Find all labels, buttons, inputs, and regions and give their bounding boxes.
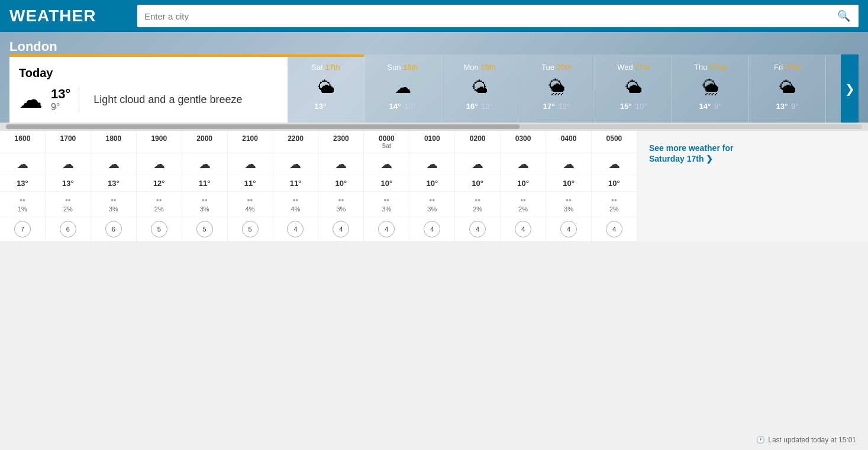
search-bar: 🔍 (137, 5, 859, 27)
hourly-wind-1: 6 (46, 217, 91, 241)
cloud-icon: ☁ (608, 158, 620, 171)
hourly-temp-5: 11° (228, 175, 273, 191)
hourly-time-11: 0300 (501, 131, 546, 153)
hourly-table: 160017001800190020002100220023000000Sat0… (0, 131, 637, 242)
day-temps: 17° 12° (543, 102, 570, 111)
hourly-icon-12: ☁ (546, 153, 592, 175)
hourly-time-7: 2300 (318, 131, 364, 153)
search-input[interactable] (137, 7, 829, 26)
day-card-2[interactable]: Mon 19th 🌤 16° 12° (441, 54, 518, 123)
day-card-3[interactable]: Tue 20th 🌦 17° 12° (518, 54, 595, 123)
forecast-next-button[interactable]: ❯ (841, 54, 859, 123)
day-icon: 🌥 (318, 78, 334, 97)
rain-icon: •• (338, 195, 344, 205)
hourly-wind-0: 7 (0, 217, 46, 241)
hourly-wind-10: 4 (455, 217, 501, 241)
day-name: Tue 20th (541, 63, 572, 72)
hourly-temp-4: 11° (182, 175, 228, 191)
hourly-temp-13: 10° (592, 175, 637, 191)
wind-speed-indicator: 5 (196, 221, 213, 237)
wind-speed-indicator: 6 (105, 221, 122, 237)
rain-icon: •• (475, 195, 480, 205)
rain-icon: •• (202, 195, 208, 205)
cloud-icon: ☁ (199, 158, 211, 171)
hourly-temp-11: 10° (501, 175, 546, 191)
today-temp-high: 13° (51, 86, 70, 102)
cloud-icon: ☁ (108, 158, 120, 171)
hourly-wind-12: 4 (546, 217, 592, 241)
hourly-rain-6: •• 4% (273, 192, 319, 217)
cloud-icon: ☁ (426, 158, 438, 171)
rain-icon: •• (111, 195, 117, 205)
cloud-icon: ☁ (517, 158, 529, 171)
day-icon: ☁ (395, 78, 411, 97)
wind-speed-indicator: 4 (469, 221, 486, 237)
hourly-icons-row: ☁☁☁☁☁☁☁☁☁☁☁☁☁☁ (0, 153, 637, 175)
day-name: Sun 18th (387, 63, 418, 72)
day-icon: 🌦 (702, 78, 719, 97)
wind-speed-indicator: 5 (242, 221, 259, 237)
hourly-rain-8: •• 3% (364, 192, 409, 217)
day-icon: 🌥 (625, 78, 642, 97)
hourly-time-5: 2100 (228, 131, 273, 153)
day-card-0[interactable]: Sat 17th 🌥 13° 9° (288, 54, 364, 123)
see-more-container: See more weather for Saturday 17th ❯ (649, 143, 856, 164)
hourly-wind-4: 5 (182, 217, 228, 241)
saturday-link[interactable]: Saturday 17th ❯ (649, 154, 713, 163)
hourly-wind-2: 6 (91, 217, 137, 241)
hourly-time-12: 0400 (546, 131, 592, 153)
cloud-icon: ☁ (335, 158, 347, 171)
hourly-rain-3: •• 2% (137, 192, 182, 217)
hourly-icon-5: ☁ (228, 153, 273, 175)
see-more-link[interactable]: See more weather for Saturday 17th ❯ (649, 143, 733, 163)
wind-speed-indicator: 4 (378, 221, 395, 237)
side-panel: See more weather for Saturday 17th ❯ (637, 131, 868, 242)
day-card-6[interactable]: Fri 23rd 🌥 13° 9° (749, 54, 826, 123)
day-card-5[interactable]: Thu 22nd 🌦 14° 9° (672, 54, 749, 123)
cloud-icon: ☁ (380, 158, 392, 171)
day-name: Mon 19th (463, 63, 495, 72)
day-name: Sat 17th (311, 63, 340, 72)
scroll-bar[interactable] (0, 123, 868, 131)
rain-icon: •• (383, 195, 389, 205)
hourly-wind-6: 4 (273, 217, 319, 241)
hourly-rain-4: •• 3% (182, 192, 228, 217)
see-more-text: See more weather for (649, 143, 733, 153)
today-card: Today ☁ 13° 9° Light cloud and a gentle … (9, 54, 288, 123)
hourly-rain-12: •• 3% (546, 192, 592, 217)
hourly-wind-8: 4 (364, 217, 409, 241)
cloud-icon: ☁ (563, 158, 575, 171)
hourly-wind-row: 7 6 6 5 5 5 4 (0, 217, 637, 242)
hourly-temp-9: 10° (409, 175, 455, 191)
search-button[interactable]: 🔍 (829, 5, 859, 27)
city-name: London (9, 39, 859, 54)
rain-icon: •• (65, 195, 71, 205)
hourly-temp-8: 10° (364, 175, 409, 191)
hourly-time-9: 0100 (409, 131, 455, 153)
rain-icon: •• (247, 195, 253, 205)
wind-speed-indicator: 4 (606, 221, 622, 237)
hourly-rain-7: •• 3% (318, 192, 364, 217)
hourly-rain-row: •• 1% •• 2% •• 3% •• 2% •• 3% •• 4% •• 4… (0, 192, 637, 217)
scroll-thumb[interactable] (6, 124, 519, 129)
wind-speed-indicator: 6 (60, 221, 76, 237)
hourly-rain-10: •• 2% (455, 192, 501, 217)
hourly-time-8: 0000Sat (364, 131, 409, 153)
hourly-icon-6: ☁ (273, 153, 319, 175)
today-temps: 13° 9° (51, 86, 79, 112)
day-card-1[interactable]: Sun 18th ☁ 14° 10° (364, 54, 441, 123)
day-card-4[interactable]: Wed 21st 🌥 15° 10° (595, 54, 672, 123)
day-card-7[interactable]: Sat 24th 🌥 13° 9° (826, 54, 841, 123)
day-name: Wed 21st (617, 63, 650, 72)
hourly-icon-4: ☁ (182, 153, 228, 175)
hourly-icon-7: ☁ (318, 153, 364, 175)
hourly-temps-row: 13°13°13°12°11°11°11°10°10°10°10°10°10°1… (0, 175, 637, 192)
today-weather-icon: ☁ (19, 86, 43, 113)
wind-speed-indicator: 7 (14, 221, 31, 237)
today-body: ☁ 13° 9° Light cloud and a gentle breeze (19, 86, 278, 113)
hourly-wind-9: 4 (409, 217, 455, 241)
hourly-icon-2: ☁ (91, 153, 137, 175)
scroll-track[interactable] (6, 124, 862, 129)
day-name: Fri 23rd (774, 63, 801, 72)
day-temps: 16° 12° (466, 102, 493, 111)
